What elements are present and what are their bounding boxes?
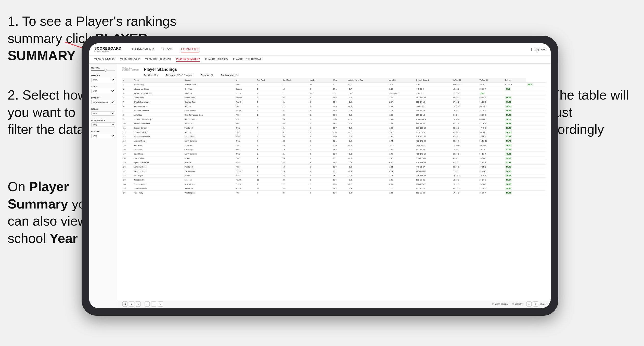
toolbar-back-btn[interactable]: ◀ [122,301,127,307]
table-row[interactable]: 3Michael ThorbjornsenStanfordFourth2188.… [122,91,546,95]
data-cell: Arizona State [184,82,235,87]
toolbar-home-btn[interactable]: ⌂ [136,301,141,307]
data-cell: 3 [256,117,281,121]
no-rds-slider[interactable] [91,70,115,71]
data-cell: -2.5 [347,100,388,104]
toolbar-download-btn[interactable]: ⬇ [526,301,532,307]
data-cell: 1 [256,182,281,186]
table-row[interactable]: 24Bastian AmatNew MexicoFourth127269.4-1… [122,182,546,186]
table-row[interactable]: 10Jacob Skov-OlesenArkansasFifth223068.4… [122,121,546,126]
toolbar-zoom-out[interactable]: − [151,301,156,307]
sub-nav-player-summary[interactable]: PLAYER SUMMARY [176,57,200,62]
nav-teams[interactable]: TEAMS [163,46,173,52]
data-cell: 2 [309,100,332,104]
table-row[interactable]: 21Taehoon SongWashingtonFourth423169.2-1… [122,169,546,173]
data-cell: Fifth [235,130,256,134]
table-row[interactable]: 7Nicholas GabrieleNorth FloridaFourth127… [122,108,546,113]
table-row[interactable]: 12Brendan ValdesAuburnFifth537068.4-1.11… [122,130,546,134]
sub-nav-team-summary[interactable]: TEAM SUMMARY [94,57,115,62]
data-cell: 4-58-0 [452,156,479,160]
table-row[interactable]: 8Mats EgeEast Tennessee StateFifth124268… [122,113,546,117]
data-cell: Alex Goff [133,147,184,152]
table-row[interactable]: 23Jack LundinMissouriFourth1124068.6-2.3… [122,178,546,182]
rank-cell: 17 [122,152,133,156]
data-cell: 473-177-57 [415,169,452,173]
watch-label[interactable]: 👁 Watch ▾ [512,303,523,305]
toolbar-settings-btn[interactable]: ⚙ [533,301,538,307]
data-cell: 4 [256,126,281,130]
table-row[interactable]: 18Luke PowellUCLAFirst424169.1-1.81.1350… [122,156,546,160]
table-row[interactable]: 25Cole SherwoodVanderbiltFourth1223169.3… [122,186,546,191]
table-row[interactable]: 22Ian GilliganFloridaThird1024168.7-0.91… [122,173,546,178]
division-select[interactable]: NCAA Division I NCAA Division II [91,100,115,104]
sub-nav-team-h2h-grid[interactable]: TEAM H2H GRID [120,57,140,62]
data-cell: 1 [256,108,281,113]
data-cell: 6-6-1 [452,113,479,117]
year-select[interactable]: (All) First Second Third Fourth Fifth [91,89,115,93]
data-cell: Christo Lamprecht [133,100,184,104]
col-vs-top25: Vs Top 25 [452,78,479,82]
data-cell: 698-54-13 [415,108,452,113]
data-cell: Fourth [235,108,256,113]
gender-select[interactable]: Men Women [91,78,115,82]
data-cell: Auburn [184,130,235,134]
table-row[interactable]: 2Michael La SassoOle MissSecond118067.1-… [122,87,546,91]
table-row[interactable]: 15Jake HallTennesseeFifth718068.5-1.51.6… [122,143,546,147]
sub-nav-player-h2h-grid[interactable]: PLAYER H2H GRID [205,57,228,62]
sub-nav-team-h2h-heatmap[interactable]: TEAM H2H HEATMAP [145,57,171,62]
data-cell: First [235,156,256,160]
data-cell: 406-172-16 [415,152,452,156]
rank-cell: 19 [122,160,133,165]
data-cell: 1 [256,82,281,87]
data-cell: -1.7 [347,147,388,152]
toolbar-refresh[interactable]: ↻ [158,301,163,307]
table-row[interactable]: 16Alex GoffKentuckyFifth819068.3-1.71.92… [122,147,546,152]
data-cell: 68.6 [332,191,347,195]
table-row[interactable]: 13Phichaksn MaichonTexas A&MThird630169.… [122,134,546,139]
table-row[interactable]: 26Petr HrubyWashingtonFifth725068.6-1.81… [122,191,546,195]
col-adj-score: Adj. Score to Par [347,78,388,82]
sub-nav-player-h2h-heatmap[interactable]: PLAYER H2H HEATMAP [233,57,262,62]
table-row[interactable]: 4Luke ClatonFlorida StateSecond127268.2-… [122,95,546,100]
table-row[interactable]: 11Gordon SargentVanderbiltThird421068.7-… [122,126,546,130]
col-player: Player [133,78,184,82]
data-cell: 69.0 [332,117,347,121]
panel-region: Region N/A All [91,108,115,116]
nav-committee[interactable]: COMMITTEE [181,46,199,52]
conference-select[interactable]: (All) [91,122,115,127]
toolbar-forward-btn[interactable]: ▶ [129,301,134,307]
data-cell: 50-19-9 [479,104,504,108]
nav-tournaments[interactable]: TOURNAMENTS [132,46,155,52]
table-row[interactable]: 5Christo LamprechtGeorgia TechFourth2212… [122,100,546,104]
data-cell: 35-16-4 [479,87,504,91]
data-cell: 67.3 [332,104,347,108]
table-row[interactable]: 9Preston SummerhaysArizona StateThird324… [122,117,546,121]
data-cell: 24 [281,173,309,178]
points-cell: 51.81 [504,160,526,165]
table-row[interactable]: 17David FordNorth CarolinaThird921069.0-… [122,152,546,156]
toolbar-zoom-in[interactable]: + [145,301,150,307]
data-cell: 68.2 [332,108,347,113]
region-select[interactable]: N/A All [91,111,115,116]
table-row[interactable]: 1Wenyi DingArizona StateFirst1115167.1-3… [122,82,546,87]
data-cell: Cole Sherwood [133,186,184,191]
share-label[interactable]: Share [540,303,546,305]
sign-out-link[interactable]: Sign out [534,47,546,52]
data-cell: 25-22-1 [452,126,479,130]
rank-cell: 2 [122,87,133,91]
rank-cell: 8 [122,113,133,117]
table-row[interactable]: 20Matthew RiedelVanderbiltFifth518169.0-… [122,165,546,169]
table-row[interactable]: 19Tiger ChristensenArizonaThird523269.2-… [122,160,546,165]
data-cell: Third [235,160,256,165]
logo-area: SCOREBOARD Powered by clippd [94,47,121,52]
rank-cell: 22 [122,173,133,178]
table-row[interactable]: 6Jackson KoivunAuburnFirst127167.3-2.02.… [122,104,546,108]
data-cell: Fifth [235,147,256,152]
data-cell: 17-14-2 [452,191,479,195]
player-select[interactable]: (All) [91,134,115,138]
data-cell: 7 [256,139,281,143]
data-cell: Petr Hruby [133,191,184,195]
data-cell: -1.5 [347,121,388,126]
table-row[interactable]: 14Maxwell FordNorth CarolinaThird722069.… [122,139,546,143]
top-nav: SCOREBOARD Powered by clippd TOURNAMENTS… [89,43,551,56]
